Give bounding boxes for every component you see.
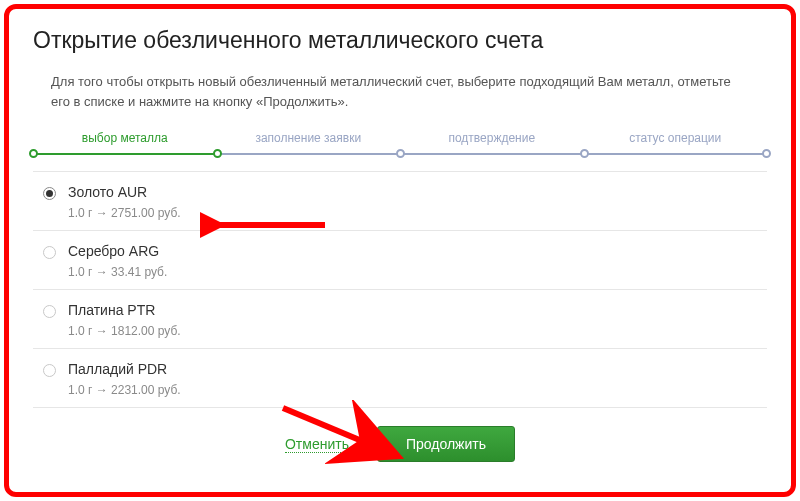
step-dot-icon	[762, 149, 771, 158]
radio-icon	[43, 364, 56, 377]
metal-price: 1.0 г → 2751.00 руб.	[68, 206, 761, 220]
metal-name: Золото AUR	[68, 184, 761, 200]
metal-price: 1.0 г → 2231.00 руб.	[68, 383, 761, 397]
metal-name: Платина PTR	[68, 302, 761, 318]
step-dot-icon	[29, 149, 38, 158]
metal-option-gold[interactable]: Золото AUR 1.0 г → 2751.00 руб.	[33, 172, 767, 231]
metal-price: 1.0 г → 33.41 руб.	[68, 265, 761, 279]
radio-icon	[43, 305, 56, 318]
metal-option-palladium[interactable]: Палладий PDR 1.0 г → 2231.00 руб.	[33, 349, 767, 408]
metal-option-silver[interactable]: Серебро ARG 1.0 г → 33.41 руб.	[33, 231, 767, 290]
metal-name: Серебро ARG	[68, 243, 761, 259]
radio-icon	[43, 246, 56, 259]
continue-button[interactable]: Продолжить	[377, 426, 515, 462]
step-dot-icon	[396, 149, 405, 158]
progress-stepper: выбор металла заполнение заявки подтверж…	[33, 131, 767, 159]
radio-icon	[43, 187, 56, 200]
metal-option-platinum[interactable]: Платина PTR 1.0 г → 1812.00 руб.	[33, 290, 767, 349]
metal-list: Золото AUR 1.0 г → 2751.00 руб. Серебро …	[33, 171, 767, 408]
step-dot-icon	[580, 149, 589, 158]
cancel-link[interactable]: Отменить	[285, 436, 349, 453]
step-application: заполнение заявки	[217, 131, 401, 145]
metal-price: 1.0 г → 1812.00 руб.	[68, 324, 761, 338]
metal-name: Палладий PDR	[68, 361, 761, 377]
step-dot-icon	[213, 149, 222, 158]
step-status: статус операции	[584, 131, 768, 145]
page-title: Открытие обезличенного металлического сч…	[33, 27, 767, 54]
intro-text: Для того чтобы открыть новый обезличенны…	[51, 72, 749, 111]
step-select-metal: выбор металла	[33, 131, 217, 145]
step-confirmation: подтверждение	[400, 131, 584, 145]
